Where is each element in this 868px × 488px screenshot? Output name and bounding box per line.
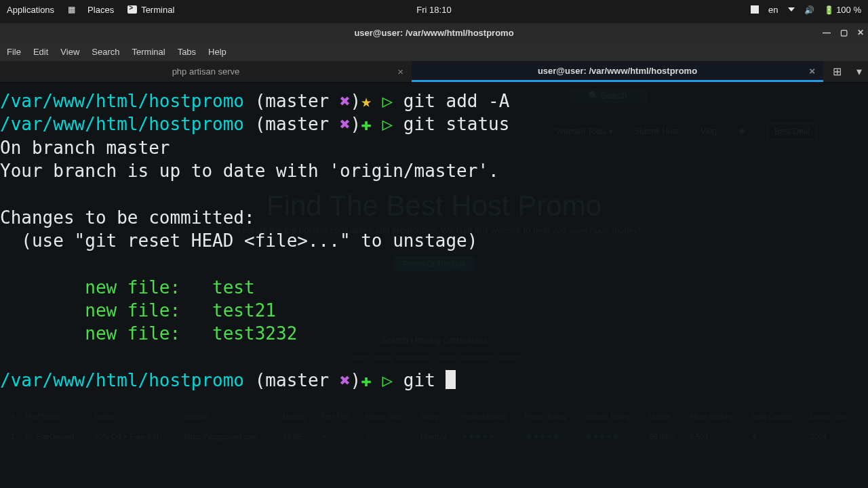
output-line: (use "git reset HEAD <file>..." to unsta…	[0, 230, 477, 251]
terminal-body[interactable]: /var/www/html/hostpromo (master ✖)★ ▷ gi…	[0, 83, 868, 488]
new-file-line: new file: test21	[0, 300, 276, 321]
places-menu[interactable]: Places	[87, 5, 114, 15]
network-icon[interactable]	[788, 7, 795, 12]
prompt-arrow-icon: ▷	[382, 91, 393, 111]
menu-help[interactable]: Help	[208, 47, 226, 57]
prompt-branch: master	[265, 91, 329, 111]
git-staged-icon: ✚	[361, 114, 372, 134]
command-text: git	[403, 370, 446, 390]
menu-file[interactable]: File	[7, 47, 21, 57]
volume-icon[interactable]	[804, 5, 814, 15]
new-file-line: new file: test3232	[0, 323, 297, 344]
battery-indicator[interactable]: 100 %	[824, 5, 862, 15]
tab-close-icon[interactable]: ×	[809, 65, 815, 77]
output-line: Changes to be committed:	[0, 207, 255, 228]
git-star-icon: ★	[361, 91, 372, 111]
window-titlebar[interactable]: user@user: /var/www/html/hostpromo — ▢ ✕	[0, 23, 868, 42]
tab-php-artisan[interactable]: php artisan serve ×	[0, 61, 412, 82]
tab-dropdown-icon[interactable]: ▾	[850, 61, 868, 82]
recording-indicator-icon[interactable]	[751, 5, 759, 14]
new-tab-button[interactable]: ⊞	[823, 61, 850, 82]
menu-search[interactable]: Search	[92, 47, 119, 57]
gnome-top-panel: Applications ▦ Places Terminal Fri 18:10…	[0, 0, 868, 19]
window-title: user@user: /var/www/html/hostpromo	[354, 28, 513, 38]
new-file-line: new file: test	[0, 277, 255, 298]
activities-icon[interactable]: ▦	[68, 5, 74, 14]
git-dirty-icon: ✖	[340, 91, 351, 111]
terminal-cursor	[446, 370, 456, 389]
menu-terminal[interactable]: Terminal	[132, 47, 165, 57]
terminal-menubar: File Edit View Search Terminal Tabs Help	[0, 42, 868, 61]
terminal-icon	[127, 5, 137, 14]
active-app-indicator[interactable]: Terminal	[127, 5, 174, 15]
menu-view[interactable]: View	[60, 47, 79, 57]
maximize-button[interactable]: ▢	[840, 28, 848, 37]
tab-close-icon[interactable]: ×	[397, 66, 403, 77]
command-text: git status	[403, 114, 510, 134]
terminal-window: user@user: /var/www/html/hostpromo — ▢ ✕…	[0, 23, 868, 488]
tab-label: php artisan serve	[172, 66, 240, 77]
menu-edit[interactable]: Edit	[33, 47, 48, 57]
tab-label: user@user: /var/www/html/hostpromo	[538, 66, 697, 76]
keyboard-layout[interactable]: en	[768, 5, 778, 15]
command-text: git add -A	[403, 91, 510, 111]
menu-tabs[interactable]: Tabs	[178, 47, 196, 57]
tab-hostpromo[interactable]: user@user: /var/www/html/hostpromo ×	[412, 61, 823, 82]
close-button[interactable]: ✕	[857, 28, 864, 37]
output-line: Your branch is up to date with 'origin/m…	[0, 161, 499, 181]
minimize-button[interactable]: —	[823, 28, 831, 37]
panel-clock[interactable]: Fri 18:10	[416, 5, 451, 15]
applications-menu[interactable]: Applications	[7, 5, 54, 15]
terminal-tab-row: php artisan serve × user@user: /var/www/…	[0, 61, 868, 83]
prompt-path: /var/www/html/hostpromo	[0, 91, 244, 111]
output-line: On branch master	[0, 138, 170, 158]
